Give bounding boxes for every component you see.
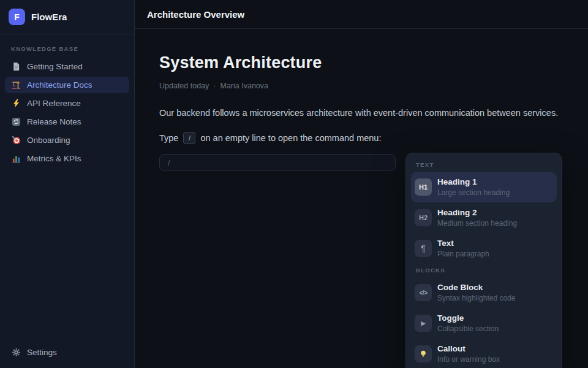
hint-text-after: on an empty line to open the command men… — [200, 133, 381, 143]
heading-2-icon: H2 — [415, 209, 432, 226]
meta-separator: · — [213, 82, 216, 90]
hint-text-before: Type — [159, 133, 178, 143]
command-item-title: Heading 1 — [437, 177, 510, 186]
app-name: FlowEra — [31, 12, 67, 22]
app-logo: F — [9, 9, 25, 25]
sidebar-item-api-reference[interactable]: API Reference — [5, 95, 129, 112]
sidebar-item-label: Getting Started — [27, 62, 83, 71]
editor-input[interactable] — [159, 154, 396, 171]
sidebar: F FlowEra KNOWLEDGE BASE Getting Started… — [0, 0, 135, 368]
command-item-heading-2[interactable]: H2 Heading 2 Medium section heading — [411, 202, 557, 233]
document-paragraph: Our backend follows a microservices arch… — [159, 108, 564, 118]
updated-timestamp: Updated today — [159, 82, 209, 90]
sidebar-item-label: Metrics & KPIs — [27, 154, 81, 163]
page-title: Architecture Overview — [147, 9, 244, 20]
command-menu: TEXT H1 Heading 1 Large section heading … — [405, 153, 562, 368]
command-item-subtitle: Info or warning box — [437, 355, 500, 364]
command-item-callout[interactable]: Callout Info or warning box — [411, 339, 557, 368]
command-item-subtitle: Syntax highlighted code — [437, 294, 515, 302]
command-item-title: Code Block — [437, 283, 515, 292]
sidebar-section-label: KNOWLEDGE BASE — [11, 45, 123, 52]
command-item-toggle[interactable]: ▶ Toggle Collapsible section — [411, 308, 557, 339]
editor-row — [159, 154, 396, 171]
sidebar-item-getting-started[interactable]: Getting Started — [5, 58, 129, 75]
command-item-text[interactable]: ¶ Text Plain paragraph — [411, 233, 557, 264]
command-item-title: Toggle — [437, 313, 499, 323]
target-icon — [11, 136, 21, 145]
gear-icon — [11, 348, 21, 358]
sidebar-nav: Getting Started Architecture Docs API Re… — [0, 58, 134, 167]
author-name: Maria Ivanova — [220, 82, 268, 90]
slash-keycap: / — [183, 132, 195, 144]
heading-1-icon: H1 — [415, 178, 432, 196]
document-meta: Updated today · Maria Ivanova — [159, 82, 564, 90]
command-item-title: Callout — [437, 344, 500, 353]
command-hint: Type / on an empty line to open the comm… — [159, 132, 564, 144]
command-menu-section-text: TEXT — [416, 161, 557, 168]
crane-icon — [11, 80, 21, 90]
sidebar-item-release-notes[interactable]: Release Notes — [5, 113, 129, 130]
command-item-heading-1[interactable]: H1 Heading 1 Large section heading — [411, 172, 557, 202]
topbar: Architecture Overview — [135, 0, 588, 29]
refresh-icon — [11, 117, 21, 127]
sidebar-item-label: API Reference — [27, 99, 81, 108]
bar-chart-icon — [11, 154, 21, 164]
command-item-subtitle: Medium section heading — [437, 219, 517, 228]
sidebar-item-architecture-docs[interactable]: Architecture Docs — [5, 77, 129, 93]
sidebar-item-settings[interactable]: Settings — [5, 344, 129, 361]
play-triangle-icon: ▶ — [415, 315, 432, 332]
lightning-icon — [11, 99, 21, 109]
sidebar-item-onboarding[interactable]: Onboarding — [5, 132, 129, 148]
code-icon: </> — [415, 284, 432, 301]
command-item-subtitle: Collapsible section — [437, 324, 499, 333]
command-item-title: Heading 2 — [437, 208, 517, 217]
sidebar-item-label: Onboarding — [27, 136, 70, 145]
lightbulb-icon — [415, 345, 432, 362]
command-item-code-block[interactable]: </> Code Block Syntax highlighted code — [411, 277, 557, 308]
brand: F FlowEra — [0, 0, 134, 34]
sidebar-item-label: Release Notes — [27, 117, 81, 126]
document-title: System Architecture — [159, 53, 564, 72]
sidebar-item-metrics-kpis[interactable]: Metrics & KPIs — [5, 150, 129, 167]
pilcrow-icon: ¶ — [415, 240, 432, 257]
sidebar-item-label: Architecture Docs — [27, 80, 92, 90]
settings-label: Settings — [27, 348, 57, 357]
command-item-title: Text — [437, 239, 489, 248]
command-item-subtitle: Large section heading — [437, 188, 510, 197]
document-body: System Architecture Updated today · Mari… — [135, 29, 588, 171]
document-icon — [11, 62, 21, 72]
command-item-subtitle: Plain paragraph — [437, 250, 489, 258]
sidebar-footer: Settings — [5, 344, 129, 361]
command-menu-section-blocks: BLOCKS — [416, 267, 557, 274]
